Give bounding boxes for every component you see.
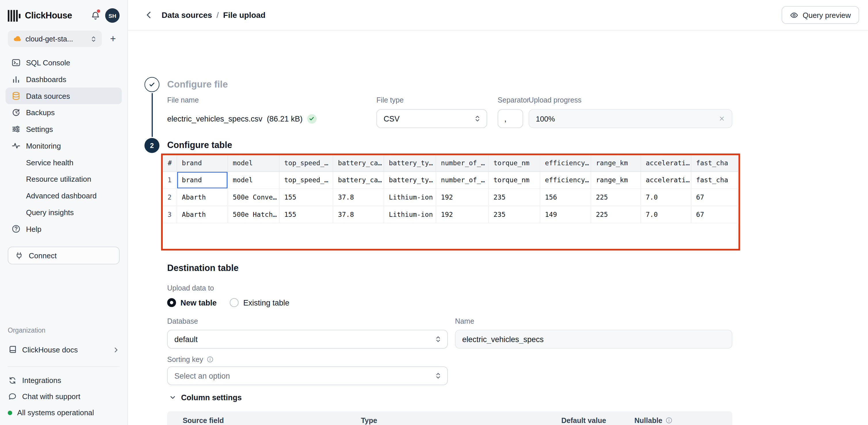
sidebar-item-sql-console[interactable]: SQL Console (5, 54, 122, 71)
chevron-updown-icon (90, 35, 97, 42)
sidebar-item-query-insights[interactable]: Query insights (5, 204, 122, 221)
add-service-button[interactable]: + (106, 32, 120, 46)
preview-cell[interactable]: 67 (691, 206, 738, 223)
preview-cell[interactable]: Abarth (177, 188, 227, 206)
sidebar-item-service-health[interactable]: Service health (5, 154, 122, 171)
preview-cell[interactable]: torque_nm (488, 171, 540, 189)
preview-cell[interactable]: battery_ty… (384, 171, 436, 189)
preview-cell[interactable]: 37.8 (333, 188, 384, 206)
sidebar-item-advanced-dashboard[interactable]: Advanced dashboard (5, 188, 122, 204)
sidebar-item-label: Resource utilization (26, 175, 91, 183)
preview-cell[interactable]: 155 (279, 206, 333, 223)
database-icon (11, 91, 21, 101)
eye-icon (790, 11, 798, 19)
sidebar-item-label: Backups (26, 108, 55, 117)
chevron-updown-icon (474, 115, 481, 122)
chat-support-link[interactable]: Chat with support (8, 389, 120, 404)
radio-existing-table[interactable]: Existing table (230, 298, 289, 307)
preview-cell[interactable]: Lithium-ion (384, 188, 436, 206)
sorting-key-value: Select an option (174, 371, 230, 380)
breadcrumb-file-upload: File upload (223, 11, 266, 20)
info-icon[interactable] (665, 416, 673, 424)
preview-cell[interactable]: 149 (540, 206, 591, 223)
preview-cell[interactable]: 235 (488, 188, 540, 206)
column-settings-header: Source field Type Default value Nullable (167, 411, 732, 425)
preview-col-header: range_km (591, 155, 641, 171)
preview-cell[interactable]: 37.8 (333, 206, 384, 223)
query-preview-button[interactable]: Query preview (782, 6, 859, 24)
upload-progress-label: Upload progress (529, 96, 732, 104)
preview-cell[interactable]: accelerati… (641, 171, 691, 189)
configure-table-title: Configure table (167, 140, 232, 150)
preview-cell[interactable]: 7.0 (641, 206, 691, 223)
docs-label: ClickHouse docs (22, 345, 78, 354)
preview-col-header: top_speed_… (279, 155, 333, 171)
preview-cell[interactable]: battery_ca… (333, 171, 384, 189)
preview-cell[interactable]: 7.0 (641, 188, 691, 206)
preview-row: 3 Abarth 500e Hatch… 155 37.8 Lithium-io… (163, 206, 738, 223)
preview-cell[interactable]: range_km (591, 171, 641, 189)
preview-cell-focused[interactable]: brand (177, 171, 227, 189)
preview-cell[interactable]: 235 (488, 206, 540, 223)
preview-cell[interactable]: top_speed_… (279, 171, 333, 189)
preview-cell[interactable]: 67 (691, 188, 738, 206)
preview-cell[interactable]: 225 (591, 206, 641, 223)
radio-new-table[interactable]: New table (167, 298, 217, 307)
topbar: Data sources / File upload Query preview (128, 0, 868, 30)
integrations-link[interactable]: Integrations (8, 372, 120, 389)
clear-upload-icon[interactable] (717, 114, 726, 123)
sidebar-item-resource-utilization[interactable]: Resource utilization (5, 171, 122, 188)
row-number: 1 (163, 171, 177, 189)
file-size-value: (86.21 kB) (267, 114, 303, 123)
step-2-badge: 2 (144, 138, 159, 153)
preview-col-header: fast_cha (691, 155, 738, 171)
preview-cell[interactable]: Abarth (177, 206, 227, 223)
sidebar-item-help[interactable]: Help (5, 221, 122, 237)
preview-cell[interactable]: efficiency… (540, 171, 591, 189)
preview-cell[interactable]: fast_cha (691, 171, 738, 189)
preview-col-header: number_of_… (436, 155, 488, 171)
preview-cell[interactable]: 192 (436, 206, 488, 223)
clickhouse-docs-link[interactable]: ClickHouse docs (8, 341, 120, 358)
database-select[interactable]: default (167, 330, 448, 348)
sidebar-item-data-sources[interactable]: Data sources (5, 88, 122, 104)
sidebar-item-settings[interactable]: Settings (5, 121, 122, 138)
sidebar-item-backups[interactable]: Backups (5, 104, 122, 121)
column-settings-toggle[interactable]: Column settings (169, 393, 242, 402)
separator-input[interactable] (498, 109, 523, 128)
main-area: Data sources / File upload Query preview… (128, 0, 868, 425)
preview-col-header: brand (177, 155, 227, 171)
preview-cell[interactable]: Lithium-ion (384, 206, 436, 223)
sidebar-item-dashboards[interactable]: Dashboards (5, 71, 122, 88)
preview-cell[interactable]: 500e Conve… (227, 188, 279, 206)
info-icon[interactable] (207, 356, 214, 363)
back-chevron-icon[interactable] (143, 9, 154, 21)
preview-col-header: torque_nm (488, 155, 540, 171)
sorting-key-select[interactable]: Select an option (167, 366, 448, 385)
avatar[interactable]: SH (105, 8, 120, 23)
breadcrumb-data-sources[interactable]: Data sources (162, 11, 212, 20)
separator-label: Separator (498, 96, 529, 104)
data-preview-table-highlight: # brand model top_speed_… battery_ca… ba… (161, 153, 740, 251)
preview-cell[interactable]: number_of_… (436, 171, 488, 189)
file-type-select[interactable]: CSV (376, 109, 487, 128)
system-status[interactable]: All systems operational (8, 404, 120, 421)
sidebar-item-label: Dashboards (26, 75, 66, 84)
service-selector[interactable]: cloud-get-sta... (8, 30, 102, 47)
preview-cell[interactable]: 155 (279, 188, 333, 206)
connect-button[interactable]: Connect (8, 247, 120, 264)
preview-col-header: battery_ca… (333, 155, 384, 171)
preview-cell[interactable]: 192 (436, 188, 488, 206)
chevron-down-icon (169, 394, 176, 400)
sidebar-item-monitoring[interactable]: Monitoring (5, 137, 122, 154)
database-label: Database (167, 317, 448, 325)
table-name-input[interactable] (455, 330, 732, 348)
preview-cell[interactable]: model (227, 171, 279, 189)
preview-cell[interactable]: 225 (591, 188, 641, 206)
breadcrumb: Data sources / File upload (162, 11, 266, 20)
preview-cell[interactable]: 156 (540, 188, 591, 206)
notifications-bell-icon[interactable] (90, 10, 101, 21)
preview-cell[interactable]: 500e Hatch… (227, 206, 279, 223)
preview-row: 1 brand model top_speed_… battery_ca… ba… (163, 171, 738, 189)
radio-unselected-icon (230, 298, 239, 307)
